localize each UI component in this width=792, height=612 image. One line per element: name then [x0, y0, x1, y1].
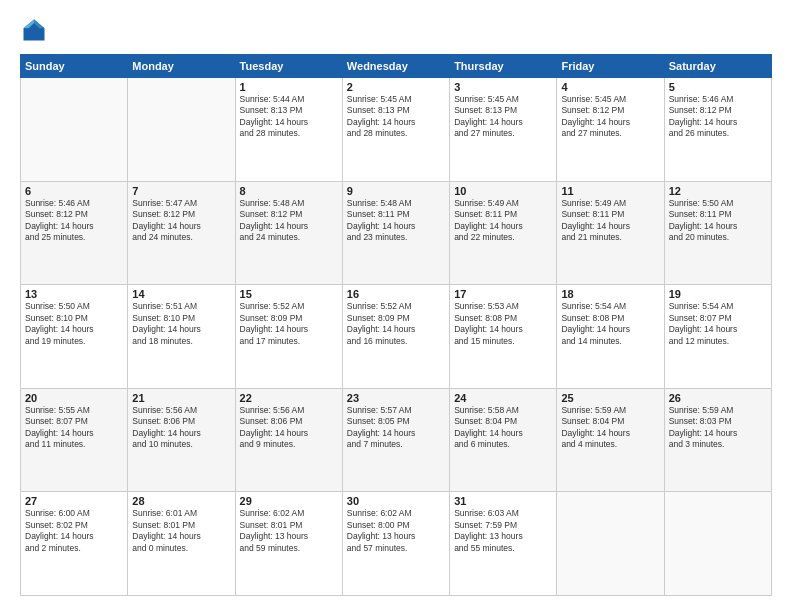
day-number: 27: [25, 495, 123, 507]
day-info: Sunrise: 5:53 AM Sunset: 8:08 PM Dayligh…: [454, 301, 552, 347]
week-row-3: 13Sunrise: 5:50 AM Sunset: 8:10 PM Dayli…: [21, 285, 772, 389]
day-info: Sunrise: 5:48 AM Sunset: 8:11 PM Dayligh…: [347, 198, 445, 244]
day-number: 9: [347, 185, 445, 197]
calendar-cell: 17Sunrise: 5:53 AM Sunset: 8:08 PM Dayli…: [450, 285, 557, 389]
calendar-cell: 21Sunrise: 5:56 AM Sunset: 8:06 PM Dayli…: [128, 388, 235, 492]
day-number: 21: [132, 392, 230, 404]
day-number: 10: [454, 185, 552, 197]
day-number: 19: [669, 288, 767, 300]
day-info: Sunrise: 5:47 AM Sunset: 8:12 PM Dayligh…: [132, 198, 230, 244]
day-number: 12: [669, 185, 767, 197]
calendar-cell: 16Sunrise: 5:52 AM Sunset: 8:09 PM Dayli…: [342, 285, 449, 389]
day-number: 31: [454, 495, 552, 507]
day-info: Sunrise: 5:54 AM Sunset: 8:08 PM Dayligh…: [561, 301, 659, 347]
calendar-cell: 18Sunrise: 5:54 AM Sunset: 8:08 PM Dayli…: [557, 285, 664, 389]
day-info: Sunrise: 6:02 AM Sunset: 8:00 PM Dayligh…: [347, 508, 445, 554]
calendar-cell: 9Sunrise: 5:48 AM Sunset: 8:11 PM Daylig…: [342, 181, 449, 285]
calendar-cell: 2Sunrise: 5:45 AM Sunset: 8:13 PM Daylig…: [342, 78, 449, 182]
day-number: 11: [561, 185, 659, 197]
day-info: Sunrise: 5:56 AM Sunset: 8:06 PM Dayligh…: [132, 405, 230, 451]
day-number: 14: [132, 288, 230, 300]
day-info: Sunrise: 5:51 AM Sunset: 8:10 PM Dayligh…: [132, 301, 230, 347]
day-number: 25: [561, 392, 659, 404]
day-number: 3: [454, 81, 552, 93]
calendar-cell: [128, 78, 235, 182]
weekday-header-wednesday: Wednesday: [342, 55, 449, 78]
calendar-cell: 3Sunrise: 5:45 AM Sunset: 8:13 PM Daylig…: [450, 78, 557, 182]
day-info: Sunrise: 5:57 AM Sunset: 8:05 PM Dayligh…: [347, 405, 445, 451]
day-info: Sunrise: 5:54 AM Sunset: 8:07 PM Dayligh…: [669, 301, 767, 347]
calendar-cell: 25Sunrise: 5:59 AM Sunset: 8:04 PM Dayli…: [557, 388, 664, 492]
day-number: 7: [132, 185, 230, 197]
page: SundayMondayTuesdayWednesdayThursdayFrid…: [0, 0, 792, 612]
day-number: 17: [454, 288, 552, 300]
weekday-row: SundayMondayTuesdayWednesdayThursdayFrid…: [21, 55, 772, 78]
day-info: Sunrise: 5:45 AM Sunset: 8:12 PM Dayligh…: [561, 94, 659, 140]
day-number: 23: [347, 392, 445, 404]
week-row-2: 6Sunrise: 5:46 AM Sunset: 8:12 PM Daylig…: [21, 181, 772, 285]
weekday-header-friday: Friday: [557, 55, 664, 78]
calendar-cell: 28Sunrise: 6:01 AM Sunset: 8:01 PM Dayli…: [128, 492, 235, 596]
calendar-cell: [21, 78, 128, 182]
calendar-cell: 10Sunrise: 5:49 AM Sunset: 8:11 PM Dayli…: [450, 181, 557, 285]
day-info: Sunrise: 6:03 AM Sunset: 7:59 PM Dayligh…: [454, 508, 552, 554]
weekday-header-sunday: Sunday: [21, 55, 128, 78]
calendar-cell: 23Sunrise: 5:57 AM Sunset: 8:05 PM Dayli…: [342, 388, 449, 492]
calendar-cell: 30Sunrise: 6:02 AM Sunset: 8:00 PM Dayli…: [342, 492, 449, 596]
calendar-cell: 12Sunrise: 5:50 AM Sunset: 8:11 PM Dayli…: [664, 181, 771, 285]
calendar-cell: 24Sunrise: 5:58 AM Sunset: 8:04 PM Dayli…: [450, 388, 557, 492]
calendar-cell: 13Sunrise: 5:50 AM Sunset: 8:10 PM Dayli…: [21, 285, 128, 389]
week-row-4: 20Sunrise: 5:55 AM Sunset: 8:07 PM Dayli…: [21, 388, 772, 492]
calendar-cell: 11Sunrise: 5:49 AM Sunset: 8:11 PM Dayli…: [557, 181, 664, 285]
header: [20, 16, 772, 44]
day-number: 16: [347, 288, 445, 300]
day-number: 6: [25, 185, 123, 197]
calendar-header: SundayMondayTuesdayWednesdayThursdayFrid…: [21, 55, 772, 78]
weekday-header-thursday: Thursday: [450, 55, 557, 78]
week-row-1: 1Sunrise: 5:44 AM Sunset: 8:13 PM Daylig…: [21, 78, 772, 182]
calendar-cell: 7Sunrise: 5:47 AM Sunset: 8:12 PM Daylig…: [128, 181, 235, 285]
calendar-cell: 20Sunrise: 5:55 AM Sunset: 8:07 PM Dayli…: [21, 388, 128, 492]
day-number: 22: [240, 392, 338, 404]
calendar-cell: [664, 492, 771, 596]
calendar-cell: 4Sunrise: 5:45 AM Sunset: 8:12 PM Daylig…: [557, 78, 664, 182]
day-number: 2: [347, 81, 445, 93]
day-info: Sunrise: 5:59 AM Sunset: 8:04 PM Dayligh…: [561, 405, 659, 451]
day-number: 4: [561, 81, 659, 93]
day-info: Sunrise: 5:52 AM Sunset: 8:09 PM Dayligh…: [347, 301, 445, 347]
calendar-cell: 6Sunrise: 5:46 AM Sunset: 8:12 PM Daylig…: [21, 181, 128, 285]
day-number: 15: [240, 288, 338, 300]
day-number: 29: [240, 495, 338, 507]
day-info: Sunrise: 5:55 AM Sunset: 8:07 PM Dayligh…: [25, 405, 123, 451]
day-info: Sunrise: 5:45 AM Sunset: 8:13 PM Dayligh…: [347, 94, 445, 140]
weekday-header-tuesday: Tuesday: [235, 55, 342, 78]
day-number: 8: [240, 185, 338, 197]
calendar-cell: 29Sunrise: 6:02 AM Sunset: 8:01 PM Dayli…: [235, 492, 342, 596]
weekday-header-saturday: Saturday: [664, 55, 771, 78]
calendar-cell: 14Sunrise: 5:51 AM Sunset: 8:10 PM Dayli…: [128, 285, 235, 389]
day-number: 28: [132, 495, 230, 507]
weekday-header-monday: Monday: [128, 55, 235, 78]
day-info: Sunrise: 5:50 AM Sunset: 8:10 PM Dayligh…: [25, 301, 123, 347]
day-info: Sunrise: 6:00 AM Sunset: 8:02 PM Dayligh…: [25, 508, 123, 554]
calendar-cell: [557, 492, 664, 596]
day-info: Sunrise: 5:46 AM Sunset: 8:12 PM Dayligh…: [669, 94, 767, 140]
calendar-cell: 8Sunrise: 5:48 AM Sunset: 8:12 PM Daylig…: [235, 181, 342, 285]
day-number: 30: [347, 495, 445, 507]
calendar-cell: 26Sunrise: 5:59 AM Sunset: 8:03 PM Dayli…: [664, 388, 771, 492]
day-info: Sunrise: 5:50 AM Sunset: 8:11 PM Dayligh…: [669, 198, 767, 244]
day-info: Sunrise: 5:49 AM Sunset: 8:11 PM Dayligh…: [454, 198, 552, 244]
calendar-table: SundayMondayTuesdayWednesdayThursdayFrid…: [20, 54, 772, 596]
calendar-cell: 22Sunrise: 5:56 AM Sunset: 8:06 PM Dayli…: [235, 388, 342, 492]
week-row-5: 27Sunrise: 6:00 AM Sunset: 8:02 PM Dayli…: [21, 492, 772, 596]
day-info: Sunrise: 5:48 AM Sunset: 8:12 PM Dayligh…: [240, 198, 338, 244]
day-number: 1: [240, 81, 338, 93]
calendar-body: 1Sunrise: 5:44 AM Sunset: 8:13 PM Daylig…: [21, 78, 772, 596]
day-info: Sunrise: 5:44 AM Sunset: 8:13 PM Dayligh…: [240, 94, 338, 140]
calendar-cell: 19Sunrise: 5:54 AM Sunset: 8:07 PM Dayli…: [664, 285, 771, 389]
day-info: Sunrise: 6:02 AM Sunset: 8:01 PM Dayligh…: [240, 508, 338, 554]
day-info: Sunrise: 5:46 AM Sunset: 8:12 PM Dayligh…: [25, 198, 123, 244]
day-info: Sunrise: 5:59 AM Sunset: 8:03 PM Dayligh…: [669, 405, 767, 451]
logo-icon: [20, 16, 48, 44]
day-number: 13: [25, 288, 123, 300]
